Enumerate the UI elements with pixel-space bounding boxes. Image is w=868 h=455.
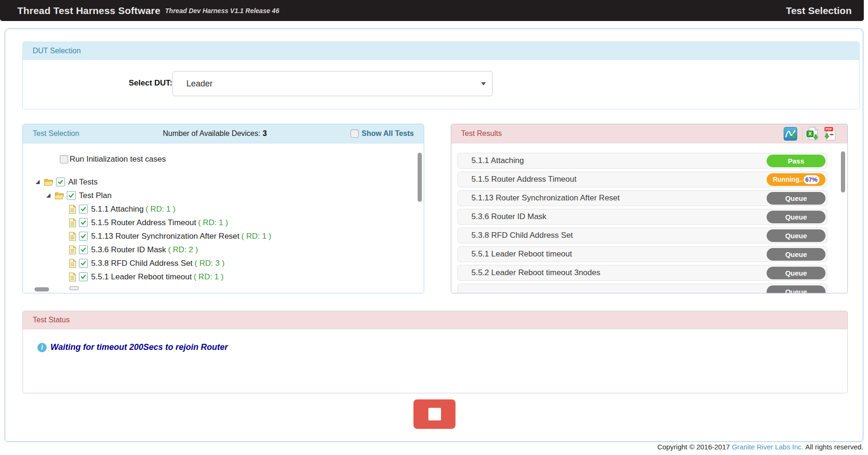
show-all-checkbox[interactable] xyxy=(350,129,359,138)
status-badge: Queue xyxy=(767,285,825,293)
document-icon xyxy=(69,232,76,241)
test-checkbox[interactable] xyxy=(79,272,88,281)
result-name: 5.1.5 Router Address Timeout xyxy=(471,175,576,184)
chart-download-icon[interactable] xyxy=(783,127,799,141)
app-subtitle: Thread Dev Harness V1.1 Release 46 xyxy=(165,7,279,14)
vertical-scrollbar-thumb[interactable] xyxy=(418,153,422,202)
test-plan-label: Test Plan xyxy=(79,191,112,200)
document-icon xyxy=(69,218,76,228)
status-badge: Pass xyxy=(767,155,825,167)
test-label: 5.1.13 Router Synchronization After Rese… xyxy=(91,232,271,241)
progress-value: 67% xyxy=(804,175,819,184)
result-row[interactable]: 5.1.13 Router Synchronization After Rese… xyxy=(457,190,827,206)
tree-test-item[interactable]: 5.5.1 Leader Reboot timeout( RD: 1 ) xyxy=(23,270,424,284)
test-label: 5.3.8 RFD Child Address Set( RD: 3 ) xyxy=(91,259,225,268)
test-label: 5.5.1 Leader Reboot timeout( RD: 1 ) xyxy=(91,272,224,282)
caret-down-icon xyxy=(481,82,486,85)
result-row[interactable]: 5.3.8 RFD Child Address Set Queue xyxy=(457,228,827,243)
dut-panel-body: Select DUT: Leader xyxy=(23,60,859,109)
tree-test-item[interactable]: 5.3.6 Router ID Mask( RD: 2 ) xyxy=(23,243,424,256)
tree-test-item[interactable]: 5.1.13 Router Synchronization After Rese… xyxy=(23,229,424,243)
result-name: 5.3.8 RFD Child Address Set xyxy=(471,231,573,240)
result-row[interactable]: 5.3.6 Router ID Mask Queue xyxy=(457,209,827,225)
dut-dropdown[interactable]: Leader xyxy=(172,71,493,96)
excel-download-icon[interactable]: X xyxy=(806,127,820,141)
show-all-tests-toggle[interactable]: Show All Tests xyxy=(350,129,414,138)
tree-node-all-tests[interactable]: All Tests xyxy=(23,175,424,189)
expander-icon[interactable] xyxy=(46,193,50,198)
result-row[interactable]: 5.1.1 Attaching Pass xyxy=(457,153,827,169)
status-label: Queue xyxy=(785,288,807,293)
test-checkbox[interactable] xyxy=(79,232,88,241)
test-results-body: 5.1.1 Attaching Pass 5.1.5 Router Addres… xyxy=(451,143,847,293)
status-label: Queue xyxy=(785,269,807,277)
toolbar-separator xyxy=(802,128,803,140)
status-badge: Queue xyxy=(767,229,825,242)
test-checkbox[interactable] xyxy=(79,205,88,213)
tree-node-test-plan[interactable]: Test Plan xyxy=(23,189,424,202)
devices-count-text: Number of Available Devices:3 xyxy=(79,129,350,138)
copyright-text: Copyright © 2016-2017 xyxy=(657,443,730,451)
test-status-panel: Test Status Waiting for timeout 200Secs … xyxy=(22,311,848,393)
result-row[interactable]: Queue xyxy=(457,284,827,293)
tree-test-item[interactable]: 5.1.1 Attaching( RD: 1 ) xyxy=(23,202,424,216)
tree-test-item[interactable]: 5.3.8 RFD Child Address Set( RD: 3 ) xyxy=(23,256,424,270)
devices-label: Number of Available Devices: xyxy=(163,129,260,137)
test-label: 5.3.6 Router ID Mask( RD: 2 ) xyxy=(91,245,198,255)
result-row[interactable]: 5.1.5 Router Address Timeout Running.. 6… xyxy=(457,171,827,187)
test-label: 5.1.1 Attaching( RD: 1 ) xyxy=(91,205,176,214)
test-checkbox[interactable] xyxy=(79,259,88,268)
vertical-scrollbar-thumb[interactable] xyxy=(841,151,845,192)
status-label: Queue xyxy=(785,213,807,221)
rights-text: All rights reserved. xyxy=(805,443,863,451)
folder-icon xyxy=(55,192,64,199)
document-icon xyxy=(69,259,76,268)
stop-button[interactable] xyxy=(413,399,455,429)
app-header: Thread Test Harness Software Thread Dev … xyxy=(0,0,864,21)
result-name: 5.3.6 Router ID Mask xyxy=(471,212,547,221)
result-name: 5.5.2 Leader Reboot timeout 3nodes xyxy=(471,268,600,277)
pdf-download-icon[interactable]: PDF xyxy=(823,127,838,141)
result-name: 5.1.1 Attaching xyxy=(471,156,524,165)
status-badge: Queue xyxy=(767,267,825,279)
run-init-label: Run Initialization test cases xyxy=(70,155,166,164)
show-all-label: Show All Tests xyxy=(362,129,414,138)
run-init-row: Run Initialization test cases xyxy=(60,155,166,164)
stop-icon xyxy=(428,408,441,420)
select-dut-label: Select DUT: xyxy=(79,78,172,88)
expander-icon[interactable] xyxy=(36,180,40,184)
test-selection-title: Test Selection xyxy=(33,129,79,138)
all-tests-checkbox[interactable] xyxy=(56,178,65,186)
test-plan-checkbox[interactable] xyxy=(67,191,76,200)
tree-test-item[interactable]: 5.1.5 Router Address Timeout( RD: 1 ) xyxy=(23,216,424,229)
status-label: Queue xyxy=(785,232,807,240)
status-label: Queue xyxy=(785,194,807,202)
folder-icon xyxy=(44,178,53,186)
svg-text:PDF: PDF xyxy=(825,128,832,131)
test-label: 5.1.5 Router Address Timeout( RD: 1 ) xyxy=(91,218,228,228)
tree-test-list: 5.1.1 Attaching( RD: 1 ) 5.1.5 Router Ad… xyxy=(23,202,424,284)
partial-tree-item xyxy=(70,286,78,290)
svg-text:X: X xyxy=(808,131,812,136)
dut-selection-panel: DUT Selection Select DUT: Leader xyxy=(22,42,860,109)
results-list: 5.1.1 Attaching Pass 5.1.5 Router Addres… xyxy=(451,153,847,293)
result-row[interactable]: 5.5.1 Leader Reboot timeout Queue xyxy=(457,246,827,262)
granite-river-labs-link[interactable]: Granite River Labs Inc. xyxy=(732,443,803,451)
test-checkbox[interactable] xyxy=(79,245,88,254)
horizontal-scrollbar-thumb[interactable] xyxy=(35,287,49,291)
result-row[interactable]: 5.5.2 Leader Reboot timeout 3nodes Queue xyxy=(457,265,827,281)
result-name: 5.1.13 Router Synchronization After Rese… xyxy=(471,193,620,203)
app-root: Thread Test Harness Software Thread Dev … xyxy=(0,0,868,455)
status-badge: Running.. 67% xyxy=(767,173,825,186)
dut-dropdown-value: Leader xyxy=(186,79,213,89)
test-tree: All Tests xyxy=(23,175,424,284)
status-badge: Queue xyxy=(767,192,825,205)
status-label: Running.. xyxy=(773,176,803,183)
status-label: Queue xyxy=(785,250,807,258)
test-results-panel: Test Results xyxy=(451,124,848,293)
results-toolbar: X PDF xyxy=(783,127,838,141)
status-badge: Queue xyxy=(767,211,825,223)
run-init-checkbox[interactable] xyxy=(60,155,68,164)
test-checkbox[interactable] xyxy=(79,218,88,227)
page-title: Test Selection xyxy=(786,5,852,16)
